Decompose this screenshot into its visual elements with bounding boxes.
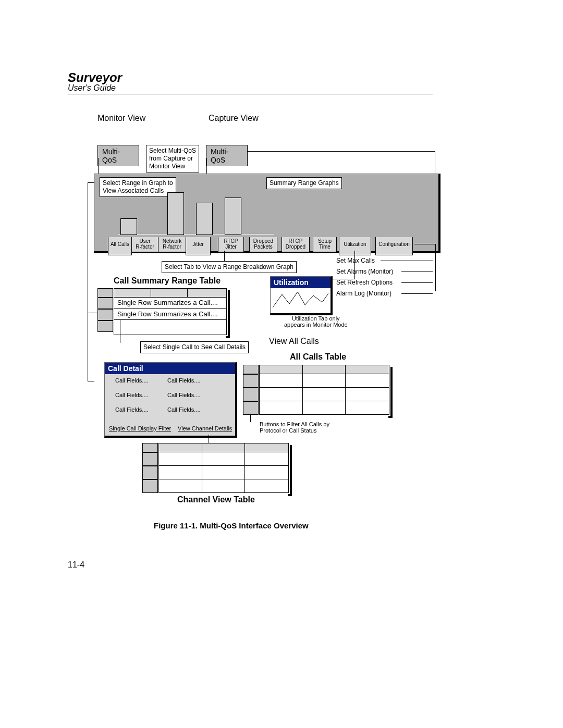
shadow bbox=[226, 290, 230, 338]
row-button[interactable] bbox=[142, 466, 158, 479]
graph-tab-network-rfactor[interactable]: Network R-factor bbox=[158, 237, 186, 252]
title-call-summary: Call Summary Range Table bbox=[114, 276, 221, 286]
page: Surveyor User's Guide 11-4 Monitor View … bbox=[0, 0, 563, 728]
connector bbox=[250, 415, 251, 422]
config-item[interactable]: Set Alarms (Monitor) bbox=[336, 268, 393, 275]
row-button[interactable] bbox=[97, 309, 113, 320]
label-view-all-calls: View All Calls bbox=[269, 337, 319, 346]
row-button[interactable] bbox=[142, 443, 158, 452]
link-view-channel-details[interactable]: View Channel Details bbox=[178, 425, 232, 431]
title-all-calls: All Calls Table bbox=[290, 352, 346, 362]
call-field: Call Fields.... bbox=[115, 377, 149, 384]
config-item[interactable]: Set Max Calls bbox=[336, 257, 375, 264]
connector bbox=[401, 293, 433, 294]
connector bbox=[401, 282, 433, 283]
hint-buttons-filter: Buttons to Filter All Calls by Protocol … bbox=[260, 421, 329, 434]
graph-bar[interactable] bbox=[167, 192, 184, 235]
hint-select-range: Select Range in Graph to View Associated… bbox=[100, 177, 176, 197]
table-body bbox=[260, 374, 389, 414]
row-button[interactable] bbox=[243, 374, 259, 388]
graph-tab-all-calls[interactable]: All Calls bbox=[108, 237, 132, 255]
tab-label: Multi-QoS bbox=[102, 147, 120, 164]
utilization-box: Utilization bbox=[270, 276, 333, 315]
table-body bbox=[159, 452, 288, 492]
hint-select-multiqos: Select Multi-QoS from Capture or Monitor… bbox=[146, 145, 199, 172]
call-detail-panel: Call Detail Call Fields.... Call Fields.… bbox=[104, 362, 237, 438]
tab-multiqos-capture[interactable]: Multi-QoS bbox=[206, 145, 248, 166]
call-detail-header: Call Detail bbox=[105, 363, 235, 374]
doc-title: Surveyor bbox=[68, 70, 122, 85]
doc-subtitle: User's Guide bbox=[68, 83, 116, 93]
call-field: Call Fields.... bbox=[115, 392, 149, 398]
config-item[interactable]: Alarm Log (Monitor) bbox=[336, 290, 391, 297]
graph-bar[interactable] bbox=[120, 218, 137, 235]
label-monitor-view: Monitor View bbox=[97, 114, 145, 123]
row-button[interactable] bbox=[243, 365, 259, 374]
row-button[interactable] bbox=[97, 288, 113, 298]
connector bbox=[331, 279, 354, 280]
connector bbox=[206, 158, 207, 175]
connector bbox=[98, 158, 99, 175]
connector bbox=[209, 435, 210, 443]
page-number: 11-4 bbox=[68, 560, 84, 570]
channel-view-table bbox=[158, 443, 289, 493]
utilization-header: Utilization bbox=[271, 277, 331, 288]
table-header bbox=[260, 365, 389, 374]
link-single-call-filter[interactable]: Single Call Display Filter bbox=[109, 425, 171, 431]
graph-bar[interactable] bbox=[196, 203, 213, 235]
table-header bbox=[159, 443, 288, 452]
row-button[interactable] bbox=[97, 298, 113, 309]
graph-tab-setup-time[interactable]: Setup Time bbox=[313, 237, 337, 252]
connector bbox=[381, 261, 433, 261]
connector-bracket-left bbox=[88, 182, 94, 381]
title-channel-view: Channel View Table bbox=[177, 495, 255, 504]
call-field: Call Fields.... bbox=[167, 406, 201, 413]
row-button[interactable] bbox=[142, 452, 158, 466]
utilization-chart-icon bbox=[273, 289, 328, 310]
connector-bracket bbox=[414, 244, 436, 291]
table-header bbox=[114, 289, 226, 298]
connector bbox=[401, 272, 433, 272]
connector bbox=[247, 151, 435, 175]
table-row[interactable]: Single Row Summarizes a Call.... bbox=[114, 309, 226, 320]
connector bbox=[120, 320, 141, 343]
hint-select-call: Select Single Call to See Call Details bbox=[140, 341, 249, 353]
graph-tab-configuration[interactable]: Configuration bbox=[375, 237, 413, 255]
header-rule bbox=[68, 94, 433, 94]
connector bbox=[88, 313, 97, 314]
row-button[interactable] bbox=[142, 479, 158, 493]
graph-tab-rtcp-dropped[interactable]: RTCP Dropped bbox=[282, 237, 310, 252]
table-row[interactable]: Single Row Summarizes a Call.... bbox=[114, 297, 226, 309]
call-field: Call Fields.... bbox=[167, 377, 201, 384]
graph-tab-jitter[interactable]: Jitter bbox=[186, 237, 211, 255]
shadow bbox=[288, 445, 292, 496]
graph-tab-user-rfactor[interactable]: User R-factor bbox=[131, 237, 158, 252]
config-item[interactable]: Set Refresh Options bbox=[336, 279, 393, 286]
row-button[interactable] bbox=[97, 320, 113, 332]
tab-label: Multi-QoS bbox=[211, 147, 228, 164]
tab-multiqos-monitor[interactable]: Multi-QoS bbox=[97, 145, 139, 166]
graph-bar[interactable] bbox=[225, 198, 241, 235]
shadow bbox=[388, 367, 393, 418]
row-button[interactable] bbox=[243, 388, 259, 401]
note-utilization: Utilization Tab only appears in Monitor … bbox=[284, 315, 348, 328]
graph-tab-rtcp-jitter[interactable]: RTCP Jitter bbox=[218, 237, 244, 252]
graph-tab-dropped[interactable]: Dropped Packets bbox=[249, 237, 277, 252]
figure-caption: Figure 11-1. Multi-QoS Interface Overvie… bbox=[154, 521, 309, 530]
call-field: Call Fields.... bbox=[167, 392, 201, 398]
hint-summary-range: Summary Range Graphs bbox=[266, 177, 342, 189]
connector bbox=[354, 251, 356, 279]
label-capture-view: Capture View bbox=[209, 114, 259, 123]
call-field: Call Fields.... bbox=[115, 406, 149, 413]
row-button[interactable] bbox=[243, 401, 259, 415]
hint-select-tab: Select Tab to View a Range Breakdown Gra… bbox=[162, 261, 297, 273]
all-calls-table bbox=[259, 365, 389, 415]
connector bbox=[224, 251, 225, 261]
